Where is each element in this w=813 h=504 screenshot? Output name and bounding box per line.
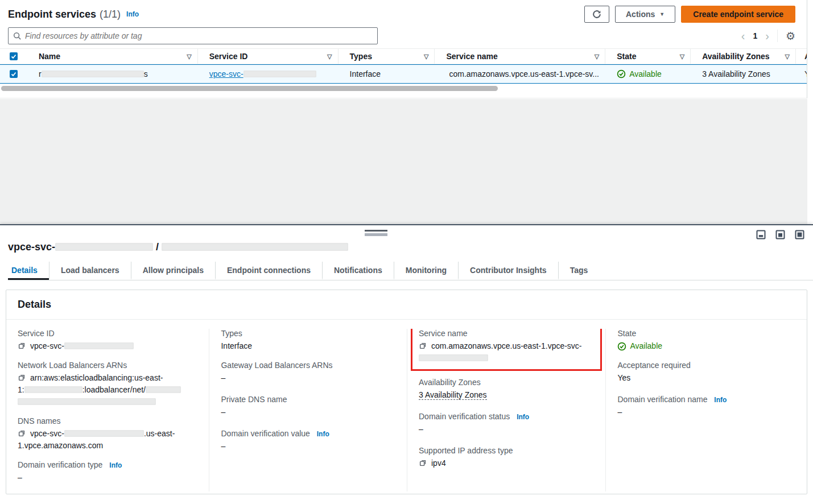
split-panel: vpce-svc- / Details Load balancers Allow…: [0, 224, 813, 504]
row-service-id: vpce-svc-: [198, 69, 339, 79]
status-available-icon: [617, 342, 626, 351]
panel-resize-handle[interactable]: [365, 230, 387, 236]
panel-full-icon[interactable]: [795, 230, 804, 239]
tab-details[interactable]: Details: [8, 262, 49, 280]
sort-icon[interactable]: ▽: [785, 53, 790, 60]
tab-tags[interactable]: Tags: [558, 262, 600, 280]
field-glb-arns: Gateway Load Balancers ARNs –: [221, 361, 395, 384]
tab-monitoring[interactable]: Monitoring: [394, 262, 458, 280]
details-column-1: Service ID vpce-svc- Network Load Balanc…: [6, 329, 209, 491]
field-availability-zones: Availability Zones 3 Availability Zones: [419, 378, 595, 401]
info-link[interactable]: Info: [109, 461, 122, 469]
table-row[interactable]: rs vpce-svc- Interface com.amazonaws.vpc…: [0, 64, 807, 84]
search-box[interactable]: [8, 27, 378, 44]
tab-allow-principals[interactable]: Allow principals: [131, 262, 215, 280]
copy-icon[interactable]: [419, 459, 427, 467]
copy-icon[interactable]: [18, 429, 26, 437]
panel-tabs: Details Load balancers Allow principals …: [8, 262, 813, 280]
row-checkbox-cell: [0, 70, 27, 78]
panel-bottom-medium-icon[interactable]: [775, 230, 785, 239]
page-number[interactable]: 1: [753, 31, 757, 40]
refresh-button[interactable]: [584, 6, 609, 23]
page-title: Endpoint services: [8, 9, 96, 20]
availability-zones-popover[interactable]: 3 Availability Zones: [702, 69, 770, 79]
tab-load-balancers[interactable]: Load balancers: [49, 262, 131, 280]
tab-endpoint-connections[interactable]: Endpoint connections: [215, 262, 322, 280]
settings-gear-icon[interactable]: ⚙: [786, 31, 795, 42]
redacted-text: [162, 243, 348, 251]
availability-zones-popover[interactable]: 3 Availability Zones: [419, 390, 487, 400]
scrollbar-thumb[interactable]: [1, 86, 498, 91]
details-card: Details Service ID vpce-svc- Network Loa…: [6, 290, 807, 494]
next-page-icon[interactable]: ›: [765, 30, 769, 42]
redacted-text: [64, 430, 144, 437]
horizontal-scrollbar: [0, 86, 807, 92]
redacted-text: [42, 71, 144, 77]
column-header-service-name[interactable]: Service name ▽: [435, 49, 605, 64]
pagination: ‹ 1 › ⚙: [741, 30, 795, 42]
sort-icon[interactable]: ▽: [187, 53, 191, 60]
page-info-link[interactable]: Info: [126, 10, 139, 18]
refresh-icon: [592, 9, 602, 19]
select-all-checkbox[interactable]: [10, 52, 18, 60]
field-domain-verification-type: Domain verification type Info –: [18, 460, 197, 484]
field-acceptance-required: Acceptance required Yes: [617, 361, 795, 384]
resource-count: (1/1): [100, 9, 121, 20]
column-header-truncated[interactable]: A: [796, 49, 807, 64]
column-header-state[interactable]: State ▽: [605, 49, 691, 64]
table-header: Name ▽ Service ID ▽ Types ▽ Service name…: [0, 48, 807, 64]
row-state: Available: [605, 69, 691, 79]
service-id-link[interactable]: vpce-svc-: [209, 69, 316, 79]
copy-icon[interactable]: [18, 374, 26, 382]
create-endpoint-service-button[interactable]: Create endpoint service: [681, 6, 795, 23]
table-controls: ‹ 1 › ⚙: [0, 26, 807, 46]
redacted-text: [24, 386, 82, 393]
sort-icon[interactable]: ▽: [327, 53, 332, 60]
panel-bottom-small-icon[interactable]: [756, 230, 766, 239]
info-link[interactable]: Info: [317, 430, 329, 438]
info-link[interactable]: Info: [714, 396, 727, 404]
page-header: Endpoint services (1/1) Info Actions ▼ C…: [0, 0, 807, 26]
copy-icon[interactable]: [18, 342, 26, 350]
sort-icon[interactable]: ▽: [595, 53, 599, 60]
redacted-text: [55, 243, 153, 251]
check-icon: [11, 71, 16, 77]
empty-table-area: [0, 99, 807, 224]
details-column-3: Service name com.amazonaws.vpce.us-east-…: [407, 329, 606, 491]
check-icon: [11, 53, 16, 59]
field-state: State Available: [617, 329, 795, 352]
tab-contributor-insights[interactable]: Contributor Insights: [458, 262, 558, 280]
row-checkbox[interactable]: [10, 70, 18, 78]
field-types: Types Interface: [221, 329, 395, 352]
service-name-highlight-box: Service name com.amazonaws.vpce.us-east-…: [411, 329, 602, 371]
column-header-service-id[interactable]: Service ID ▽: [198, 49, 339, 64]
column-header-types[interactable]: Types ▽: [339, 49, 435, 64]
sort-icon[interactable]: ▽: [424, 53, 428, 60]
column-header-availability-zones[interactable]: Availability Zones ▽: [691, 49, 796, 64]
actions-label: Actions: [626, 10, 655, 19]
details-column-2: Types Interface Gateway Load Balancers A…: [209, 329, 407, 491]
field-service-name: Service name com.amazonaws.vpce.us-east-…: [419, 329, 595, 364]
redacted-text: [244, 71, 316, 77]
column-header-name[interactable]: Name ▽: [27, 49, 198, 64]
prev-page-icon[interactable]: ‹: [741, 30, 745, 42]
endpoint-services-section: Endpoint services (1/1) Info Actions ▼ C…: [0, 0, 807, 98]
details-heading: Details: [18, 299, 795, 311]
status-badge: Available: [629, 69, 662, 79]
sort-icon[interactable]: ▽: [680, 53, 684, 60]
info-link[interactable]: Info: [517, 413, 529, 421]
divider: [777, 30, 778, 42]
redacted-text: [18, 398, 156, 405]
panel-title: vpce-svc- /: [8, 241, 348, 253]
tab-notifications[interactable]: Notifications: [322, 262, 394, 280]
search-input[interactable]: [25, 31, 373, 40]
status-available-icon: [617, 69, 626, 79]
field-nlb-arns: Network Load Balancers ARNs arn:aws:elas…: [18, 361, 197, 408]
copy-icon[interactable]: [419, 342, 427, 350]
details-column-4: State Available Acceptance required: [605, 329, 807, 491]
row-types: Interface: [339, 69, 435, 79]
actions-button[interactable]: Actions ▼: [615, 6, 675, 23]
field-private-dns-name: Private DNS name –: [221, 395, 395, 418]
field-domain-verification-status: Domain verification status Info –: [419, 412, 595, 435]
row-acceptance-truncated: Y: [796, 69, 807, 79]
